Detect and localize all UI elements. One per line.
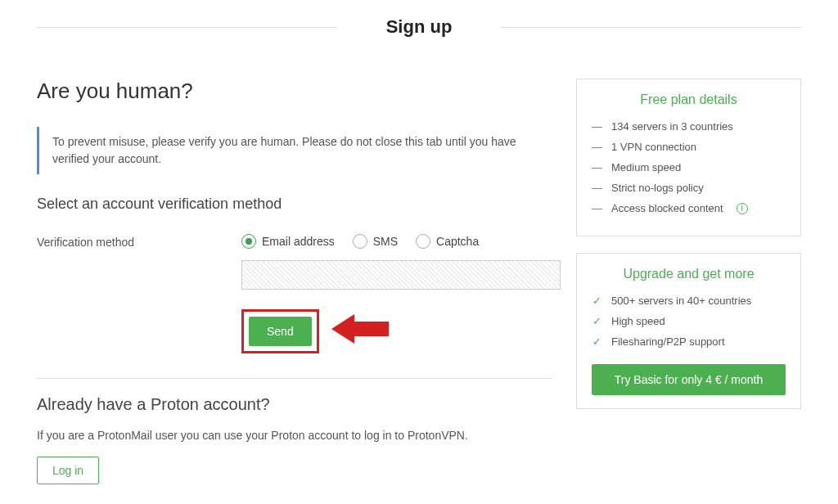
radio-icon bbox=[416, 234, 430, 249]
radio-icon bbox=[241, 234, 256, 249]
verification-input[interactable] bbox=[241, 260, 561, 290]
page-title: Sign up bbox=[386, 16, 453, 38]
list-item: —134 servers in 3 countries bbox=[592, 120, 786, 133]
info-icon[interactable]: i bbox=[737, 203, 748, 214]
radio-icon bbox=[353, 234, 367, 249]
radio-sms[interactable]: SMS bbox=[353, 234, 398, 249]
verification-method-label: Verification method bbox=[37, 234, 241, 249]
radio-email[interactable]: Email address bbox=[241, 234, 335, 249]
send-button[interactable]: Send bbox=[249, 317, 312, 346]
free-plan-title: Free plan details bbox=[592, 92, 786, 107]
feature-text: Medium speed bbox=[611, 161, 681, 173]
divider-right bbox=[501, 27, 801, 28]
upgrade-panel: Upgrade and get more ✓500+ servers in 40… bbox=[576, 253, 801, 409]
check-icon: ✓ bbox=[592, 315, 601, 327]
divider bbox=[37, 378, 552, 379]
radio-sms-label: SMS bbox=[373, 235, 398, 248]
list-item: ✓500+ servers in 40+ countries bbox=[592, 295, 786, 307]
list-item: —1 VPN connection bbox=[592, 141, 786, 153]
radio-captcha[interactable]: Captcha bbox=[416, 234, 479, 249]
info-alert: To prevent misuse, please verify you are… bbox=[37, 127, 552, 174]
feature-text: 134 servers in 3 countries bbox=[611, 120, 733, 133]
main-heading: Are you human? bbox=[37, 79, 552, 104]
dash-icon: — bbox=[592, 161, 601, 173]
free-plan-panel: Free plan details —134 servers in 3 coun… bbox=[576, 79, 801, 236]
dash-icon: — bbox=[592, 141, 601, 153]
check-icon: ✓ bbox=[592, 295, 601, 307]
radio-captcha-label: Captcha bbox=[436, 235, 479, 248]
list-item: —Medium speed bbox=[592, 161, 786, 173]
feature-text: High speed bbox=[611, 315, 665, 327]
dash-icon: — bbox=[592, 202, 601, 214]
list-item: —Access blocked contenti bbox=[592, 202, 786, 214]
feature-text: Strict no-logs policy bbox=[611, 182, 704, 194]
list-item: —Strict no-logs policy bbox=[592, 182, 786, 194]
upgrade-title: Upgrade and get more bbox=[592, 267, 786, 281]
svg-marker-0 bbox=[331, 314, 389, 344]
dash-icon: — bbox=[592, 182, 601, 194]
annotation-arrow-icon bbox=[331, 311, 389, 350]
feature-text: 1 VPN connection bbox=[611, 141, 696, 153]
verification-radio-group: Email address SMS Captcha bbox=[241, 234, 561, 249]
check-icon: ✓ bbox=[592, 335, 601, 348]
feature-text: Filesharing/P2P support bbox=[611, 335, 725, 348]
header: Sign up bbox=[37, 16, 801, 38]
dash-icon: — bbox=[592, 120, 601, 133]
list-item: ✓Filesharing/P2P support bbox=[592, 335, 786, 348]
try-basic-button[interactable]: Try Basic for only 4 € / month bbox=[592, 364, 786, 395]
feature-text: 500+ servers in 40+ countries bbox=[611, 295, 751, 307]
annotation-highlight-box: Send bbox=[241, 309, 319, 353]
list-item: ✓High speed bbox=[592, 315, 786, 327]
feature-text: Access blocked content bbox=[611, 202, 723, 214]
radio-email-label: Email address bbox=[262, 235, 335, 248]
section-title: Select an account verification method bbox=[37, 196, 552, 213]
already-heading: Already have a Proton account? bbox=[37, 395, 552, 414]
already-text: If you are a ProtonMail user you can use… bbox=[37, 429, 552, 442]
login-button[interactable]: Log in bbox=[37, 457, 99, 484]
divider-left bbox=[37, 27, 337, 28]
